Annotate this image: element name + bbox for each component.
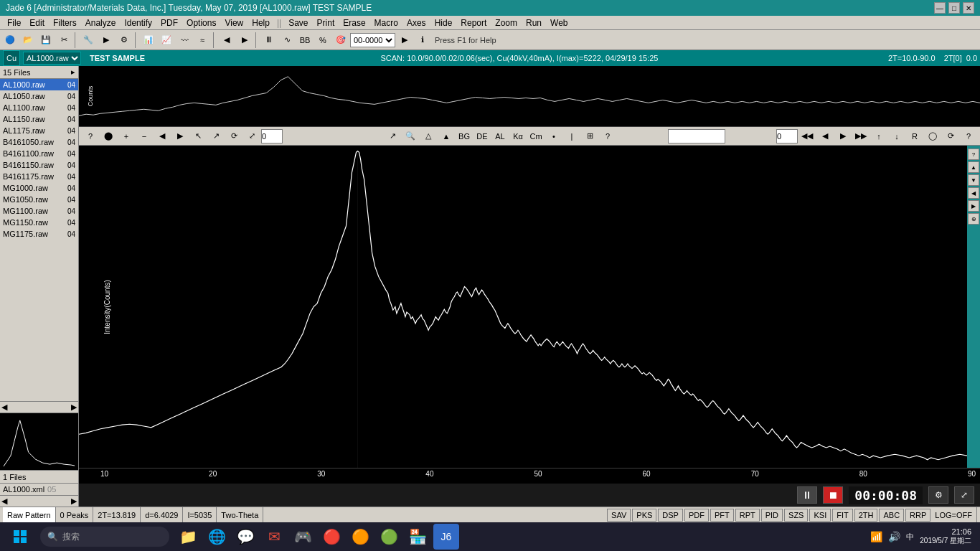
file-list-collapse[interactable]: ▸: [71, 67, 75, 77]
fullscreen-button[interactable]: ⤢: [954, 486, 974, 504]
ct-help2[interactable]: ?: [599, 128, 616, 144]
side-btn-3[interactable]: ◀: [968, 187, 979, 199]
ct-cursor[interactable]: ↗: [384, 128, 401, 144]
file-list-item[interactable]: MG1000.raw04: [0, 182, 78, 194]
bottom-scroll-right[interactable]: ▶: [71, 496, 77, 506]
menu-macro[interactable]: Macro: [370, 17, 402, 29]
tb-btn-e[interactable]: 🎯: [332, 32, 349, 48]
settings-button[interactable]: ⚙: [928, 486, 948, 504]
tb-btn-6[interactable]: ▶: [98, 32, 115, 48]
tb-btn-c[interactable]: BB: [296, 32, 314, 48]
menu-help[interactable]: Help: [248, 17, 274, 29]
ct-peak[interactable]: △: [420, 128, 437, 144]
ct-de[interactable]: DE: [473, 128, 491, 144]
tb-btn-chart4[interactable]: ≈: [194, 32, 211, 48]
taskbar-app1-icon[interactable]: 🔴: [319, 524, 344, 550]
file-list-item[interactable]: B4161100.raw04: [0, 148, 78, 159]
ct-ur[interactable]: ↗: [207, 128, 225, 144]
ct-ul[interactable]: ↖: [189, 128, 207, 144]
menu-pdf[interactable]: PDF: [156, 17, 182, 29]
ct-next[interactable]: ▶: [834, 128, 852, 144]
close-button[interactable]: ✕: [963, 2, 974, 14]
pause-button[interactable]: ⏸: [797, 486, 817, 504]
ct-fit[interactable]: ⤢: [243, 128, 260, 144]
scroll-left-btn[interactable]: ◀: [1, 402, 7, 412]
tb-btn-chart1[interactable]: 📊: [140, 32, 157, 48]
file-list-item[interactable]: AL1150.raw04: [0, 113, 78, 125]
side-btn-help[interactable]: ?: [968, 149, 979, 160]
pid-btn[interactable]: PID: [761, 509, 783, 522]
taskbar-search[interactable]: 🔍 搜索: [40, 527, 169, 547]
ct-peak2[interactable]: ▲: [438, 128, 455, 144]
taskbar-app3-icon[interactable]: 🟢: [376, 524, 402, 550]
ct-bg[interactable]: BG: [456, 128, 473, 144]
ct-r[interactable]: R: [906, 128, 923, 144]
ct-up[interactable]: ↑: [870, 128, 887, 144]
file-list-item[interactable]: MG1150.raw04: [0, 217, 78, 228]
ct-minus[interactable]: −: [136, 128, 153, 144]
ct-prev2[interactable]: ◀: [816, 128, 834, 144]
side-btn-4[interactable]: ▶: [968, 200, 979, 212]
side-btn-1[interactable]: ▲: [968, 161, 979, 173]
taskbar-jade-icon[interactable]: J6: [433, 524, 459, 550]
abc-btn[interactable]: ABC: [879, 509, 904, 522]
preset-select[interactable]: 00-0000: [350, 33, 395, 47]
menu-filters[interactable]: Filters: [49, 17, 81, 29]
ct-down[interactable]: ↓: [888, 128, 905, 144]
file-selector[interactable]: AL1000.raw: [23, 52, 81, 65]
minimize-button[interactable]: —: [934, 2, 946, 14]
menu-run[interactable]: Run: [522, 17, 546, 29]
rrp-btn[interactable]: RRP: [905, 509, 930, 522]
ct-al[interactable]: AL: [491, 128, 509, 144]
ct-ka[interactable]: Kα: [509, 128, 527, 144]
rpt-btn[interactable]: RPT: [735, 509, 760, 522]
ct-number-input2[interactable]: [776, 129, 798, 143]
ct-vert[interactable]: |: [563, 128, 580, 144]
tb-btn-info[interactable]: ℹ: [414, 32, 431, 48]
menu-hide[interactable]: Hide: [430, 17, 457, 29]
file-list-item[interactable]: AL1175.raw04: [0, 125, 78, 136]
taskbar-store-icon[interactable]: 🏪: [405, 524, 430, 550]
taskbar-chat-icon[interactable]: 💬: [232, 524, 258, 550]
ct-zoom[interactable]: 🔍: [402, 128, 419, 144]
tb-btn-go[interactable]: ▶: [396, 32, 413, 48]
ct-left[interactable]: ◀: [154, 128, 171, 144]
menu-web[interactable]: Web: [546, 17, 572, 29]
sav-btn[interactable]: SAV: [607, 509, 631, 522]
tb-btn-chart3[interactable]: 〰: [176, 32, 193, 48]
taskbar-mail-icon[interactable]: ✉: [261, 524, 287, 550]
ct-dot[interactable]: •: [545, 128, 562, 144]
side-btn-2[interactable]: ▼: [968, 174, 979, 186]
menu-erase[interactable]: Erase: [339, 17, 369, 29]
pks-btn[interactable]: PKS: [632, 509, 656, 522]
menu-file[interactable]: File: [3, 17, 25, 29]
tb-btn-3[interactable]: 💾: [37, 32, 55, 48]
ct-circle[interactable]: ◯: [924, 128, 941, 144]
file-list-item[interactable]: B4161175.raw04: [0, 171, 78, 182]
menu-save[interactable]: Save: [284, 17, 312, 29]
file-list-item[interactable]: AL1000.raw04: [0, 79, 78, 90]
menu-zoom[interactable]: Zoom: [491, 17, 522, 29]
2th-btn[interactable]: 2TH: [854, 509, 878, 522]
menu-identify[interactable]: Identify: [120, 17, 156, 29]
file-list-item[interactable]: B4161150.raw04: [0, 159, 78, 171]
file-list-item[interactable]: AL1050.raw04: [0, 90, 78, 102]
tb-btn-b[interactable]: ∿: [278, 32, 296, 48]
pft-btn[interactable]: PFT: [710, 509, 734, 522]
ct-grid[interactable]: ⊞: [581, 128, 598, 144]
taskbar-file-icon[interactable]: 📁: [175, 524, 201, 550]
taskbar-game-icon[interactable]: 🎮: [290, 524, 316, 550]
stop-button[interactable]: ⏹: [823, 486, 843, 504]
menu-analyze[interactable]: Analyze: [81, 17, 121, 29]
ct-cm[interactable]: Cm: [527, 128, 545, 144]
ct-ref[interactable]: ⟳: [942, 128, 959, 144]
ct-help3[interactable]: ?: [960, 128, 977, 144]
menu-report[interactable]: Report: [456, 17, 491, 29]
taskbar-app2-icon[interactable]: 🟠: [347, 524, 373, 550]
tb-btn-5[interactable]: 🔧: [80, 32, 97, 48]
scroll-right-btn[interactable]: ▶: [71, 402, 77, 412]
element-indicator[interactable]: Cu: [3, 50, 20, 66]
ksi-btn[interactable]: KSI: [809, 509, 831, 522]
bottom-scrollbar[interactable]: ◀ ▶: [0, 495, 78, 507]
ct-back[interactable]: ⬤: [100, 128, 117, 144]
